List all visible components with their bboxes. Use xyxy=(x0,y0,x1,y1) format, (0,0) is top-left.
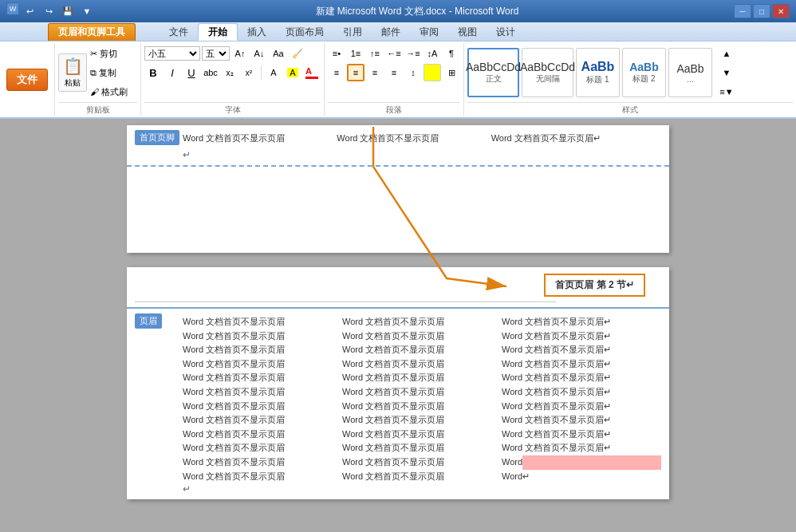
format-painter-button[interactable]: 🖌格式刷 xyxy=(89,83,137,100)
footer-content-line xyxy=(135,294,556,302)
tab-references[interactable]: 引用 xyxy=(333,23,372,41)
window-title: 新建 Microsoft Word 文档.docx - Microsoft Wo… xyxy=(100,5,734,18)
restore-button[interactable]: □ xyxy=(753,4,770,18)
tab-home[interactable]: 开始 xyxy=(198,23,238,41)
copy-button[interactable]: ⧉复制 xyxy=(89,64,137,81)
font-label: 字体 xyxy=(144,102,321,116)
borders-button[interactable]: ⊞ xyxy=(443,64,460,81)
italic-button[interactable]: I xyxy=(164,64,181,81)
change-case-button[interactable]: Aa xyxy=(270,45,287,62)
tab-review[interactable]: 审阅 xyxy=(410,23,448,41)
body-col2: Word 文档首页不显示页眉 Word 文档首页不显示页眉 Word 文档首页不… xyxy=(342,315,502,483)
decrease-indent-button[interactable]: ←≡ xyxy=(385,45,403,62)
style-normal[interactable]: AaBbCcDd 正文 xyxy=(467,48,519,97)
style-h2[interactable]: AaBb 标题 2 xyxy=(622,48,666,97)
clipboard-group: 📋 粘贴 ✂剪切 ⧉复制 🖌格式刷 剪贴板 xyxy=(55,43,141,116)
page-gap xyxy=(127,261,669,267)
increase-font-button[interactable]: A↑ xyxy=(231,45,249,62)
page2-footer-top: 首页页眉 第 2 节↵ xyxy=(127,267,669,309)
font-size-select[interactable]: 五 xyxy=(202,46,230,61)
word-icon: W xyxy=(6,2,19,15)
page1-header: 首页页脚 Word 文档首页不显示页眉 Word 文档首页不显示页眉 Word … xyxy=(127,125,669,167)
decrease-font-button[interactable]: A↓ xyxy=(250,45,268,62)
line-spacing-button[interactable]: ↕ xyxy=(404,64,422,81)
paste-button[interactable]: 📋 粘贴 xyxy=(58,53,87,92)
page2-body: 页眉 Word 文档首页不显示页眉 Word 文档首页不显示页眉 Word 文档… xyxy=(127,309,669,499)
styles-group: AaBbCcDd 正文 AaBbCcDd 无间隔 AaBb 标题 1 AaBb … xyxy=(464,43,796,116)
bold-button[interactable]: B xyxy=(144,64,162,81)
header-text-col2: Word 文档首页不显示页眉 xyxy=(337,132,491,146)
align-right-button[interactable]: ≡ xyxy=(366,64,384,81)
styles-label: 样式 xyxy=(467,102,793,116)
show-marks-button[interactable]: ¶ xyxy=(443,45,460,62)
tab-view[interactable]: 视图 xyxy=(448,23,487,41)
styles-scroll-down[interactable]: ▼ xyxy=(718,64,735,81)
cut-label: 剪切 xyxy=(100,48,117,60)
paragraph-group: ≡• 1≡ ↑≡ ←≡ →≡ ↕A ¶ ≡ ≡ ≡ ≡ ↕ ⊞ 段落 xyxy=(325,43,464,116)
document-content: 首页页脚 Word 文档首页不显示页眉 Word 文档首页不显示页眉 Word … xyxy=(0,119,796,532)
paste-label: 粘贴 xyxy=(65,77,81,89)
file-button[interactable]: 文件 xyxy=(6,69,48,91)
page2-header-label: 页眉 xyxy=(135,313,162,329)
header-text-col3: Word 文档首页不显示页眉↵ xyxy=(491,132,645,146)
align-center-button[interactable]: ≡ xyxy=(347,64,365,81)
text-highlight-button[interactable]: A xyxy=(284,64,301,81)
format-label: 格式刷 xyxy=(101,86,128,98)
styles-scroll-up[interactable]: ▲ xyxy=(718,45,735,62)
close-button[interactable]: ✕ xyxy=(772,4,790,18)
ribbon-tabs: 页眉和页脚工具 文件 开始 插入 页面布局 引用 邮件 审阅 视图 设计 xyxy=(0,22,796,41)
undo-button[interactable]: ↩ xyxy=(21,2,38,20)
tab-design[interactable]: 设计 xyxy=(487,23,525,41)
title-bar: W ↩ ↪ 💾 ▼ 新建 Microsoft Word 文档.docx - Mi… xyxy=(0,0,796,22)
tab-file[interactable]: 文件 xyxy=(160,23,198,41)
style-h1[interactable]: AaBb 标题 1 xyxy=(576,48,620,97)
quick-access-toolbar: W ↩ ↪ 💾 ▼ xyxy=(6,2,96,20)
ribbon: 文件 📋 粘贴 ✂剪切 ⧉复制 🖌格式刷 剪贴板 xyxy=(0,41,796,119)
sort-button[interactable]: ↕A xyxy=(424,45,441,62)
minimize-button[interactable]: ─ xyxy=(734,4,751,18)
text-effect-button[interactable]: A xyxy=(265,64,282,81)
style-more[interactable]: AaBb ... xyxy=(668,48,712,97)
redo-button[interactable]: ↪ xyxy=(40,2,57,20)
justify-button[interactable]: ≡ xyxy=(385,64,403,81)
font-group: 小五 五 A↑ A↓ Aa 🧹 B I U abc x₂ x² A xyxy=(141,43,325,116)
paragraph-label: 段落 xyxy=(328,102,460,116)
styles-more[interactable]: ≡▼ xyxy=(718,83,735,100)
clear-format-button[interactable]: 🧹 xyxy=(289,45,306,62)
font-color-button[interactable]: A xyxy=(303,64,321,81)
page-1: 首页页脚 Word 文档首页不显示页眉 Word 文档首页不显示页眉 Word … xyxy=(127,125,669,253)
underline-button[interactable]: U xyxy=(183,64,200,81)
document-area: 首页页脚 Word 文档首页不显示页眉 Word 文档首页不显示页眉 Word … xyxy=(0,119,796,532)
multilevel-list-button[interactable]: ↑≡ xyxy=(366,45,384,62)
copy-label: 复制 xyxy=(99,67,116,79)
tab-header-footer-tools[interactable]: 页眉和页脚工具 xyxy=(48,23,136,41)
shading-button[interactable] xyxy=(424,64,441,81)
cut-button[interactable]: ✂剪切 xyxy=(89,45,137,62)
section-label-box: 首页页眉 第 2 节↵ xyxy=(544,274,645,297)
save-button[interactable]: 💾 xyxy=(59,2,77,20)
tab-insert[interactable]: 插入 xyxy=(238,23,276,41)
style-no-spacing[interactable]: AaBbCcDd 无间隔 xyxy=(522,48,573,97)
align-left-button[interactable]: ≡ xyxy=(328,64,345,81)
strikethrough-button[interactable]: abc xyxy=(202,64,219,81)
tab-page-layout[interactable]: 页面布局 xyxy=(276,23,333,41)
qat-dropdown[interactable]: ▼ xyxy=(78,2,96,20)
numbering-button[interactable]: 1≡ xyxy=(347,45,365,62)
increase-indent-button[interactable]: →≡ xyxy=(404,45,422,62)
subscript-button[interactable]: x₂ xyxy=(221,64,238,81)
tab-mailings[interactable]: 邮件 xyxy=(372,23,410,41)
header-label-1: 首页页脚 xyxy=(135,130,179,145)
page-2: 首页页眉 第 2 节↵ 页眉 Word 文档首页不显示页眉 Word 文档首页不… xyxy=(127,267,669,499)
body-col3: Word 文档首页不显示页眉↵ Word 文档首页不显示页眉↵ Word 文档首… xyxy=(502,315,661,483)
page1-body xyxy=(127,167,669,231)
clipboard-label: 剪贴板 xyxy=(58,102,137,116)
body-text-columns: Word 文档首页不显示页眉 Word 文档首页不显示页眉 Word 文档首页不… xyxy=(183,315,661,483)
font-name-select[interactable]: 小五 xyxy=(144,46,200,61)
header-text-col1: Word 文档首页不显示页眉 xyxy=(183,132,337,146)
body-col1: Word 文档首页不显示页眉 Word 文档首页不显示页眉 Word 文档首页不… xyxy=(183,315,342,483)
window-controls: ─ □ ✕ xyxy=(734,4,790,18)
bullets-button[interactable]: ≡• xyxy=(328,45,345,62)
superscript-button[interactable]: x² xyxy=(240,64,258,81)
